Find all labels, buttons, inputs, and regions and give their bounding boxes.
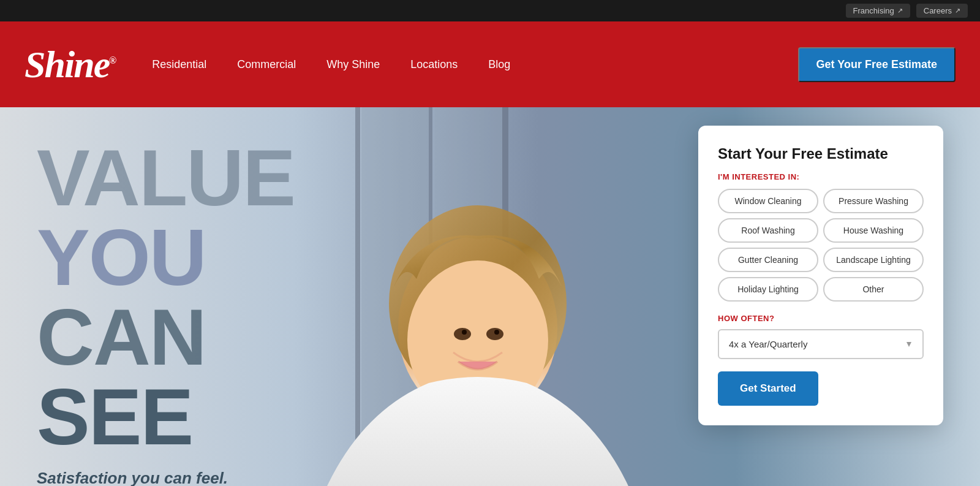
- svg-point-14: [462, 330, 467, 335]
- service-gutter-cleaning[interactable]: Gutter Cleaning: [718, 248, 818, 272]
- hero-line-value: VALUE: [37, 138, 295, 218]
- how-often-label: HOW OFTEN?: [718, 314, 924, 323]
- get-started-button[interactable]: Get Started: [718, 371, 818, 406]
- top-bar: Franchising ↗ Careers ↗: [0, 0, 980, 21]
- careers-link[interactable]: Careers ↗: [916, 4, 968, 18]
- service-pressure-washing[interactable]: Pressure Washing: [823, 189, 924, 213]
- hero-text-block: VALUE YOU CAN SEE Satisfaction you can f…: [37, 138, 295, 486]
- nav-item-blog[interactable]: Blog: [488, 58, 510, 71]
- svg-point-13: [486, 328, 503, 340]
- service-other[interactable]: Other: [823, 277, 924, 302]
- header: Shine® Residential Commercial Why Shine …: [0, 21, 980, 107]
- franchising-label: Franchising: [853, 6, 894, 15]
- svg-rect-2: [355, 107, 360, 486]
- nav-item-commercial[interactable]: Commercial: [237, 58, 296, 71]
- estimate-card: Start Your Free Estimate I'M INTERESTED …: [698, 126, 943, 425]
- svg-point-12: [454, 328, 471, 340]
- hero-line-see: SEE: [37, 377, 295, 457]
- external-link-icon: ↗: [955, 7, 960, 15]
- interested-in-label: I'M INTERESTED IN:: [718, 172, 924, 181]
- main-nav: Residential Commercial Why Shine Locatio…: [152, 47, 956, 82]
- card-title: Start Your Free Estimate: [718, 145, 924, 162]
- hero-line-can: CAN: [37, 297, 295, 377]
- service-roof-washing[interactable]: Roof Washing: [718, 218, 818, 243]
- nav-item-residential[interactable]: Residential: [152, 58, 206, 71]
- franchising-link[interactable]: Franchising ↗: [846, 4, 910, 18]
- external-link-icon: ↗: [897, 7, 903, 15]
- service-landscape-lighting[interactable]: Landscape Lighting: [823, 248, 924, 272]
- nav-item-locations[interactable]: Locations: [410, 58, 458, 71]
- logo[interactable]: Shine®: [24, 45, 115, 83]
- hero-line-you: YOU: [37, 218, 295, 297]
- service-window-cleaning[interactable]: Window Cleaning: [718, 189, 818, 213]
- careers-label: Careers: [924, 6, 952, 15]
- nav-cta-button[interactable]: Get Your Free Estimate: [798, 47, 956, 82]
- hero-subtitle: Satisfaction you can feel.: [37, 469, 295, 486]
- hero-section: VALUE YOU CAN SEE Satisfaction you can f…: [0, 107, 980, 486]
- service-house-washing[interactable]: House Washing: [823, 218, 924, 243]
- frequency-select[interactable]: 4x a Year/Quarterly Once 2x a Year Month…: [718, 329, 924, 359]
- nav-item-why-shine[interactable]: Why Shine: [326, 58, 380, 71]
- hero-headline: VALUE YOU CAN SEE: [37, 138, 295, 457]
- service-grid: Window Cleaning Pressure Washing Roof Wa…: [718, 189, 924, 302]
- service-holiday-lighting[interactable]: Holiday Lighting: [718, 277, 818, 302]
- svg-point-15: [494, 330, 499, 335]
- logo-text: Shine®: [24, 45, 115, 83]
